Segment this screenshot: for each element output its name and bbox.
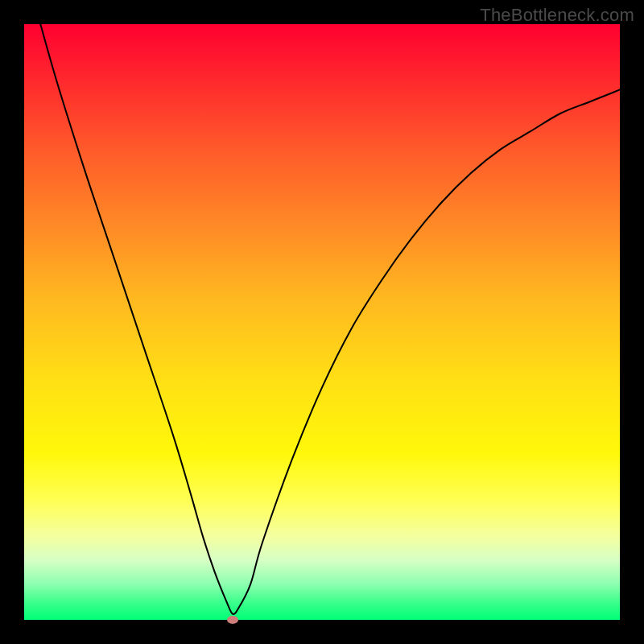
bottleneck-curve (24, 24, 620, 620)
minimum-marker (227, 616, 238, 624)
chart-frame: TheBottleneck.com (0, 0, 644, 644)
plot-area (24, 24, 620, 620)
watermark-text: TheBottleneck.com (480, 5, 634, 26)
